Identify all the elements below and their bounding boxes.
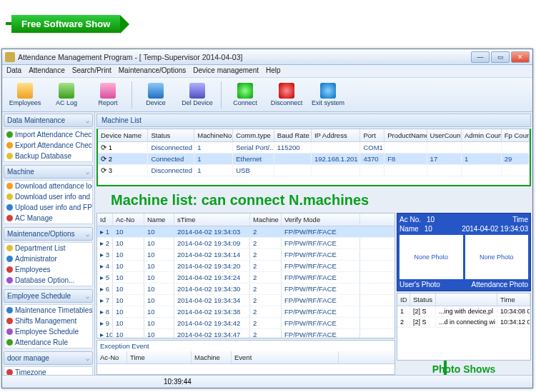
bullet-icon xyxy=(6,318,13,324)
attendance-grid[interactable]: IdAc-NoNamesTimeMachineVerify Mode ▸ 110… xyxy=(96,213,395,338)
user-photo: None Photo xyxy=(399,235,463,279)
sidebar-item[interactable]: Backup Database xyxy=(4,151,92,161)
menu-data[interactable]: Data xyxy=(6,66,21,76)
bullet-icon xyxy=(6,307,13,313)
connect-button[interactable]: Connect xyxy=(225,79,265,111)
col-header[interactable]: Port xyxy=(360,129,384,141)
col-header[interactable] xyxy=(436,293,497,306)
statusbar: 10:39:44 xyxy=(2,375,532,388)
deldevice-button[interactable]: Del Device xyxy=(177,79,217,111)
bullet-icon xyxy=(6,256,13,262)
col-header[interactable]: Device Name xyxy=(98,129,148,141)
col-header[interactable]: Status xyxy=(410,293,436,306)
col-header[interactable]: ID xyxy=(397,293,410,306)
col-header[interactable]: Fp Count xyxy=(502,129,530,141)
acno-label: Ac No. xyxy=(399,216,421,223)
exit-button[interactable]: Exit system xyxy=(308,79,348,111)
close-button[interactable]: ✕ xyxy=(511,51,530,63)
attendance-row[interactable]: ▸ 210102014-04-02 19:34:092FP/PW/RF/FACE xyxy=(97,238,394,249)
sidebar-item[interactable]: AC Manage xyxy=(4,213,92,223)
attendance-row[interactable]: ▸ 810102014-04-02 19:34:382FP/PW/RF/FACE xyxy=(97,306,394,318)
col-header[interactable]: Event xyxy=(232,351,339,363)
col-header[interactable]: Admin Count xyxy=(462,129,502,141)
col-header[interactable]: sTime xyxy=(174,213,250,226)
sidebar-group-2[interactable]: Maintenance/Options⌵ xyxy=(4,227,93,241)
col-header[interactable]: Name xyxy=(144,213,174,226)
acno-value: 10 xyxy=(427,216,435,223)
report-button[interactable]: Report xyxy=(88,79,128,111)
sidebar-item[interactable]: Database Option... xyxy=(4,275,92,286)
attendance-photo: None Photo xyxy=(465,235,529,279)
sidebar: Data Maintenance⌵Import Attendance Check… xyxy=(2,112,95,375)
attendance-row[interactable]: ▸ 710102014-04-02 19:34:342FP/PW/RF/FACE xyxy=(97,295,394,306)
bullet-icon xyxy=(6,277,13,283)
attendance-row[interactable]: ▸ 910102014-04-02 19:34:422FP/PW/RF/FACE xyxy=(97,318,394,329)
sidebar-item[interactable]: Employees xyxy=(4,264,92,275)
attendance-row[interactable]: ▸ 610102014-04-02 19:34:302FP/PW/RF/FACE xyxy=(97,283,394,295)
attendance-row[interactable]: ▸ 410102014-04-02 19:34:202FP/PW/RF/FACE xyxy=(97,261,394,272)
col-header[interactable]: Time xyxy=(497,293,530,306)
sidebar-item[interactable]: Shifts Management xyxy=(4,316,92,326)
sidebar-item[interactable]: Import Attendance Checking ... xyxy=(4,129,92,140)
col-header[interactable]: IP Address xyxy=(312,129,361,141)
minimize-button[interactable]: — xyxy=(471,51,490,63)
sidebar-item[interactable]: Maintenance Timetables xyxy=(4,305,92,316)
status-row[interactable]: 1[2] S...ing with device,pl10:34:08 04-0… xyxy=(397,306,530,317)
banner: Free Software Show xyxy=(6,14,120,33)
bullet-icon xyxy=(6,153,13,159)
col-header[interactable]: ProductName xyxy=(384,129,427,141)
aclog-button[interactable]: AC Log xyxy=(46,79,86,111)
col-header[interactable]: Time xyxy=(127,351,192,363)
sidebar-item[interactable]: Department List xyxy=(4,243,92,253)
time-value: 2014-04-02 19:34:03 xyxy=(462,225,528,233)
sidebar-group-4[interactable]: door manage⌵ xyxy=(4,351,93,365)
col-header[interactable]: Machine xyxy=(192,351,232,363)
sidebar-group-3[interactable]: Employee Schedule⌵ xyxy=(4,289,93,303)
col-header[interactable]: Status xyxy=(148,129,194,141)
sidebar-item[interactable]: Download attendance logs xyxy=(4,181,92,191)
sidebar-item[interactable]: Download user info and Fp xyxy=(4,191,92,202)
separator xyxy=(131,81,132,109)
maximize-button[interactable]: ▭ xyxy=(491,51,510,63)
col-header[interactable]: Comm.type xyxy=(233,129,274,141)
sidebar-group-0[interactable]: Data Maintenance⌵ xyxy=(4,114,93,127)
machine-row[interactable]: ⟳ 3Disconnected1USB xyxy=(98,165,530,176)
col-header[interactable]: Machine xyxy=(250,213,282,226)
machine-row[interactable]: ⟳ 1Disconnected1Serial Port/...115200COM… xyxy=(98,142,530,154)
sidebar-item[interactable]: Upload user info and FP xyxy=(4,202,92,213)
employees-button[interactable]: Employees xyxy=(5,79,45,111)
col-header[interactable]: UserCount xyxy=(427,129,462,141)
menu-help[interactable]: Help xyxy=(266,66,281,76)
col-header[interactable]: MachineNo. xyxy=(194,129,233,141)
name-value: 10 xyxy=(425,225,432,233)
sidebar-item[interactable]: Export Attendance Checking ... xyxy=(4,140,92,151)
menu-device[interactable]: Device management xyxy=(193,66,259,76)
col-header[interactable]: Id xyxy=(97,213,113,226)
col-header[interactable]: Verify Mode xyxy=(282,213,360,226)
machine-row[interactable]: ⟳ 2Connected1Ethernet192.168.1.2014370F8… xyxy=(98,154,530,165)
attendance-row[interactable]: ▸ 1010102014-04-02 19:34:472FP/PW/RF/FAC… xyxy=(97,329,394,338)
machine-grid[interactable]: Device NameStatusMachineNo.Comm.typeBaud… xyxy=(96,129,531,186)
sidebar-item[interactable]: Timezone xyxy=(4,367,92,375)
menubar: Data Attendance Search/Print Maintenance… xyxy=(2,65,532,78)
sidebar-item[interactable]: Administrator xyxy=(4,253,92,264)
col-header[interactable]: Ac-No xyxy=(97,351,127,363)
attendance-row[interactable]: ▸ 510102014-04-02 19:34:242FP/PW/RF/FACE xyxy=(97,272,394,283)
disconnect-button[interactable]: Disconnect xyxy=(267,79,307,111)
col-header[interactable]: Baud Rate xyxy=(274,129,312,141)
bullet-icon xyxy=(6,183,13,189)
sidebar-item[interactable]: Employee Schedule xyxy=(4,326,92,337)
menu-search[interactable]: Search/Print xyxy=(72,66,111,76)
menu-maintenance[interactable]: Maintenance/Options xyxy=(119,66,187,76)
bullet-icon xyxy=(6,369,13,375)
status-row[interactable]: 2[2] S...d in connecting wi10:34:12 04-0… xyxy=(397,317,530,328)
menu-attendance[interactable]: Attendance xyxy=(29,66,65,76)
attendance-row[interactable]: ▸ 110102014-04-02 19:34:032FP/PW/RF/FACE xyxy=(97,226,394,238)
device-button[interactable]: Device xyxy=(136,79,176,111)
titlebar[interactable]: Attendance Management Program - [ Temp-S… xyxy=(2,49,532,65)
col-header[interactable]: Ac-No xyxy=(113,213,144,226)
sidebar-item[interactable]: Attendance Rule xyxy=(4,337,92,348)
sidebar-group-1[interactable]: Machine⌵ xyxy=(4,165,93,179)
attendance-row[interactable]: ▸ 310102014-04-02 19:34:142FP/PW/RF/FACE xyxy=(97,249,394,261)
status-grid[interactable]: IDStatusTime 1[2] S...ing with device,pl… xyxy=(397,293,531,361)
